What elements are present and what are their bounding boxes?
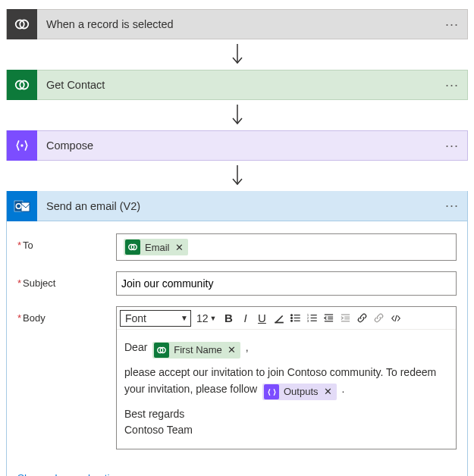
token-outputs[interactable]: Outputs ✕ xyxy=(262,384,337,400)
svg-point-6 xyxy=(21,145,23,146)
numbered-list-button[interactable]: 123 xyxy=(304,310,321,327)
cds-icon xyxy=(7,70,37,100)
indent-button[interactable] xyxy=(337,310,354,327)
rich-text-toolbar: Font▼ 12▼ B I U 123 xyxy=(117,307,456,330)
token-remove-icon[interactable]: ✕ xyxy=(324,384,332,399)
flow-arrow xyxy=(6,39,468,70)
token-first-name[interactable]: First Name ✕ xyxy=(152,342,240,359)
font-color-button[interactable] xyxy=(271,310,287,327)
outdent-button[interactable] xyxy=(321,310,337,327)
svg-point-14 xyxy=(291,315,293,316)
send-email-title: Send an email (V2) xyxy=(37,200,437,212)
step-more-button[interactable]: ··· xyxy=(437,77,467,93)
step-get-contact[interactable]: Get Contact ··· xyxy=(6,70,468,100)
subject-text[interactable] xyxy=(121,277,451,290)
get-contact-title: Get Contact xyxy=(37,79,437,91)
body-content-area[interactable]: Dear First Name ✕ , please accept our in… xyxy=(117,330,456,449)
underline-button[interactable]: U xyxy=(254,310,271,327)
bullet-list-button[interactable] xyxy=(287,310,304,327)
unlink-button[interactable] xyxy=(371,310,388,327)
svg-point-16 xyxy=(291,318,293,319)
body-label: *Body xyxy=(17,306,116,324)
svg-line-34 xyxy=(394,315,396,321)
body-signoff-1: Best regards xyxy=(124,406,448,422)
token-remove-icon[interactable]: ✕ xyxy=(175,242,184,253)
link-button[interactable] xyxy=(354,310,371,327)
compose-icon xyxy=(7,130,37,161)
step-trigger[interactable]: When a record is selected ··· xyxy=(6,9,468,39)
token-email[interactable]: Email ✕ xyxy=(124,239,188,255)
body-editor: Font▼ 12▼ B I U 123 xyxy=(116,306,457,449)
svg-text:3: 3 xyxy=(307,319,309,323)
send-email-header[interactable]: Send an email (V2) ··· xyxy=(7,191,467,221)
subject-label: *Subject xyxy=(17,271,116,289)
font-select[interactable]: Font▼ xyxy=(120,310,191,327)
compose-title: Compose xyxy=(37,139,437,152)
subject-input[interactable] xyxy=(116,271,457,296)
step-more-button[interactable]: ··· xyxy=(437,198,467,214)
svg-rect-13 xyxy=(275,321,284,323)
outlook-icon xyxy=(7,191,37,221)
step-send-email: Send an email (V2) ··· *To Email ✕ *Subj… xyxy=(6,191,468,476)
show-advanced-options[interactable]: Show advanced options xyxy=(7,463,467,476)
step-compose[interactable]: Compose ··· xyxy=(6,130,468,161)
chevron-down-icon xyxy=(132,474,141,477)
compose-icon xyxy=(264,384,279,399)
cds-icon xyxy=(7,9,37,39)
italic-button[interactable]: I xyxy=(237,310,254,327)
flow-arrow xyxy=(6,161,468,191)
trigger-title: When a record is selected xyxy=(37,18,437,30)
cds-icon xyxy=(125,240,140,255)
step-more-button[interactable]: ··· xyxy=(437,138,467,154)
body-signoff-2: Contoso Team xyxy=(124,422,448,438)
to-label: *To xyxy=(17,233,116,251)
flow-arrow xyxy=(6,100,468,130)
svg-point-18 xyxy=(291,320,293,321)
token-remove-icon[interactable]: ✕ xyxy=(228,343,236,358)
bold-button[interactable]: B xyxy=(221,310,237,327)
to-input[interactable]: Email ✕ xyxy=(116,233,457,261)
font-size-select[interactable]: 12▼ xyxy=(194,310,219,327)
code-view-button[interactable] xyxy=(388,310,404,327)
cds-icon xyxy=(154,343,169,358)
step-more-button[interactable]: ··· xyxy=(437,17,467,33)
